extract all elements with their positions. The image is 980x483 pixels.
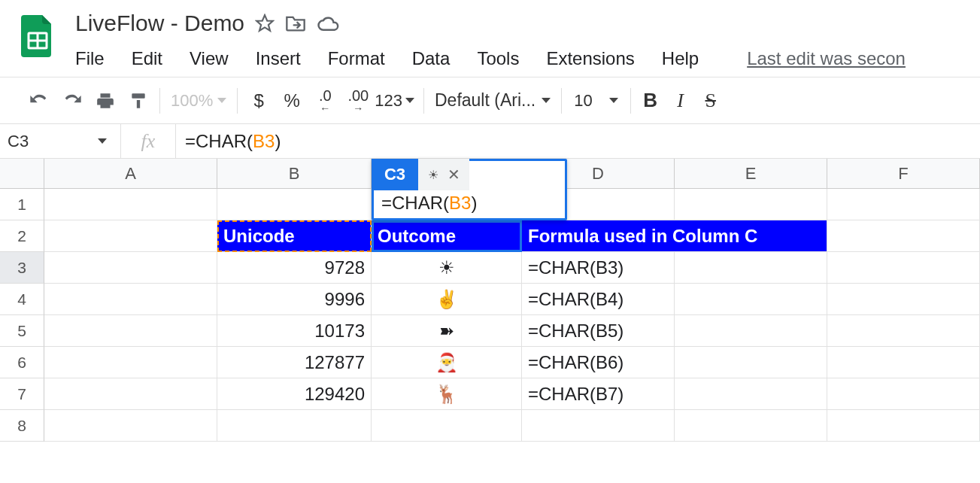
column-header[interactable]: A <box>44 159 217 189</box>
move-folder-icon[interactable] <box>285 14 306 32</box>
bold-button[interactable]: B <box>636 89 666 112</box>
document-title[interactable]: LiveFlow - Demo <box>75 11 244 36</box>
cell[interactable] <box>675 378 827 410</box>
cell[interactable] <box>217 189 372 220</box>
cell[interactable]: 🦌 <box>372 378 522 410</box>
strikethrough-button[interactable]: S <box>696 90 726 112</box>
column-header[interactable]: F <box>827 159 980 189</box>
cell[interactable] <box>827 315 980 347</box>
cell[interactable] <box>675 189 827 220</box>
cell[interactable]: ➽ <box>372 315 522 347</box>
cell[interactable] <box>675 315 827 347</box>
cell[interactable] <box>827 220 980 252</box>
toolbar: 100% $ % .0← .00→ 123 Default (Ari... 10… <box>0 77 980 124</box>
cell-header-outcome[interactable]: Outcome <box>372 220 522 252</box>
cell[interactable]: =CHAR(B6) <box>522 347 675 378</box>
editor-cell-ref: C3 <box>372 159 418 190</box>
cell[interactable]: 129420 <box>217 378 372 410</box>
row-header[interactable]: 2 <box>0 220 44 252</box>
menu-tools[interactable]: Tools <box>477 48 519 69</box>
cell[interactable]: 9996 <box>217 284 372 315</box>
cell[interactable] <box>217 410 372 442</box>
cell[interactable] <box>44 284 217 315</box>
redo-icon[interactable] <box>56 84 89 117</box>
cell[interactable] <box>372 410 522 442</box>
cell-editor-input[interactable]: =CHAR(B3) <box>374 188 565 218</box>
cell[interactable]: ✌️ <box>372 284 522 315</box>
paint-format-icon[interactable] <box>122 84 155 117</box>
increase-decimal-button[interactable]: .00→ <box>341 84 375 117</box>
row-header[interactable]: 4 <box>0 284 44 315</box>
cell[interactable] <box>827 378 980 410</box>
star-icon[interactable] <box>255 14 275 33</box>
cell[interactable]: 127877 <box>217 347 372 378</box>
cell[interactable] <box>44 347 217 378</box>
cell[interactable] <box>827 252 980 284</box>
name-box[interactable]: C3 <box>0 132 120 151</box>
cell[interactable] <box>44 378 217 410</box>
cell[interactable] <box>44 315 217 347</box>
row-header[interactable]: 6 <box>0 347 44 378</box>
print-icon[interactable] <box>89 84 122 117</box>
sheets-logo-icon <box>19 14 56 59</box>
cell-header-unicode[interactable]: Unicode <box>217 220 372 252</box>
menubar: File Edit View Insert Format Data Tools … <box>75 38 980 77</box>
cell[interactable]: 9728 <box>217 252 372 284</box>
menu-help[interactable]: Help <box>662 48 699 69</box>
font-dropdown[interactable]: Default (Ari... <box>435 90 551 111</box>
row-header[interactable]: 8 <box>0 410 44 442</box>
fx-icon: fx <box>141 130 156 153</box>
menu-edit[interactable]: Edit <box>132 48 162 69</box>
cell[interactable] <box>44 252 217 284</box>
cell[interactable] <box>522 410 675 442</box>
undo-icon[interactable] <box>23 84 56 117</box>
percent-button[interactable]: % <box>275 84 308 117</box>
cloud-status-icon[interactable] <box>317 14 339 32</box>
cell[interactable]: =CHAR(B7) <box>522 378 675 410</box>
cell[interactable] <box>44 189 217 220</box>
cell-header-formula[interactable]: Formula used in Column C <box>522 220 827 252</box>
font-size-dropdown[interactable]: 10 <box>574 91 617 111</box>
close-icon[interactable]: ✕ <box>448 166 460 184</box>
menu-data[interactable]: Data <box>412 48 451 69</box>
row-header[interactable]: 1 <box>0 189 44 220</box>
decrease-decimal-button[interactable]: .0← <box>308 84 341 117</box>
column-header[interactable]: B <box>217 159 372 189</box>
cell[interactable]: =CHAR(B4) <box>522 284 675 315</box>
formula-input[interactable]: =CHAR(B3) <box>176 131 281 152</box>
menu-view[interactable]: View <box>190 48 229 69</box>
cell[interactable] <box>827 410 980 442</box>
cell-selected[interactable]: ☀ <box>372 252 522 284</box>
last-edit-link[interactable]: Last edit was secon <box>747 48 906 69</box>
cell[interactable]: =CHAR(B5) <box>522 315 675 347</box>
cell[interactable] <box>675 347 827 378</box>
italic-button[interactable]: I <box>666 90 696 112</box>
row-header[interactable]: 7 <box>0 378 44 410</box>
cell-editor-overlay[interactable]: C3 ☀ ✕ =CHAR(B3) <box>372 159 567 220</box>
svg-marker-3 <box>256 15 273 31</box>
cell[interactable] <box>675 252 827 284</box>
cell[interactable] <box>44 410 217 442</box>
currency-button[interactable]: $ <box>242 84 275 117</box>
cell[interactable]: 🎅 <box>372 347 522 378</box>
cell[interactable]: 10173 <box>217 315 372 347</box>
formula-help-icon[interactable]: ☀ <box>428 168 438 182</box>
cell[interactable] <box>827 347 980 378</box>
menu-insert[interactable]: Insert <box>256 48 301 69</box>
zoom-dropdown[interactable]: 100% <box>171 91 226 111</box>
cell[interactable] <box>44 220 217 252</box>
menu-extensions[interactable]: Extensions <box>546 48 634 69</box>
menu-format[interactable]: Format <box>328 48 385 69</box>
cell[interactable]: =CHAR(B3) <box>522 252 675 284</box>
menu-file[interactable]: File <box>75 48 105 69</box>
column-header[interactable]: E <box>675 159 827 189</box>
row-header[interactable]: 3 <box>0 252 44 284</box>
number-format-dropdown[interactable]: 123 <box>375 91 414 111</box>
row-header[interactable]: 5 <box>0 315 44 347</box>
cell[interactable] <box>675 410 827 442</box>
cell[interactable] <box>827 189 980 220</box>
cell[interactable] <box>675 284 827 315</box>
cell[interactable] <box>827 284 980 315</box>
select-all-cell[interactable] <box>0 159 44 189</box>
